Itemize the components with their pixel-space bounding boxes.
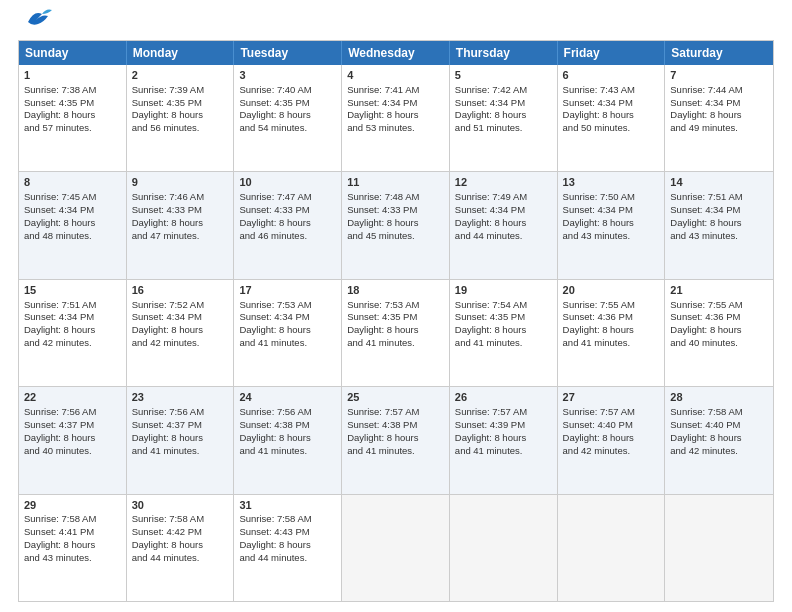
day-info: Sunrise: 7:58 AM Sunset: 4:42 PM Dayligh… <box>132 513 204 562</box>
day-number: 12 <box>455 175 552 190</box>
calendar-day-28: 28Sunrise: 7:58 AM Sunset: 4:40 PM Dayli… <box>665 387 773 493</box>
day-info: Sunrise: 7:58 AM Sunset: 4:40 PM Dayligh… <box>670 406 742 455</box>
day-number: 15 <box>24 283 121 298</box>
calendar-day-17: 17Sunrise: 7:53 AM Sunset: 4:34 PM Dayli… <box>234 280 342 386</box>
calendar-day-24: 24Sunrise: 7:56 AM Sunset: 4:38 PM Dayli… <box>234 387 342 493</box>
day-number: 6 <box>563 68 660 83</box>
day-info: Sunrise: 7:50 AM Sunset: 4:34 PM Dayligh… <box>563 191 635 240</box>
calendar-day-23: 23Sunrise: 7:56 AM Sunset: 4:37 PM Dayli… <box>127 387 235 493</box>
day-info: Sunrise: 7:56 AM Sunset: 4:37 PM Dayligh… <box>24 406 96 455</box>
page: SundayMondayTuesdayWednesdayThursdayFrid… <box>0 0 792 612</box>
calendar-week-2: 8Sunrise: 7:45 AM Sunset: 4:34 PM Daylig… <box>19 171 773 278</box>
calendar-day-4: 4Sunrise: 7:41 AM Sunset: 4:34 PM Daylig… <box>342 65 450 171</box>
day-number: 2 <box>132 68 229 83</box>
day-info: Sunrise: 7:46 AM Sunset: 4:33 PM Dayligh… <box>132 191 204 240</box>
day-header-monday: Monday <box>127 41 235 65</box>
calendar-day-9: 9Sunrise: 7:46 AM Sunset: 4:33 PM Daylig… <box>127 172 235 278</box>
day-info: Sunrise: 7:56 AM Sunset: 4:37 PM Dayligh… <box>132 406 204 455</box>
calendar-day-25: 25Sunrise: 7:57 AM Sunset: 4:38 PM Dayli… <box>342 387 450 493</box>
day-info: Sunrise: 7:49 AM Sunset: 4:34 PM Dayligh… <box>455 191 527 240</box>
day-info: Sunrise: 7:56 AM Sunset: 4:38 PM Dayligh… <box>239 406 311 455</box>
calendar-day-12: 12Sunrise: 7:49 AM Sunset: 4:34 PM Dayli… <box>450 172 558 278</box>
calendar-day-15: 15Sunrise: 7:51 AM Sunset: 4:34 PM Dayli… <box>19 280 127 386</box>
calendar-empty-cell <box>665 495 773 601</box>
day-number: 21 <box>670 283 768 298</box>
day-number: 11 <box>347 175 444 190</box>
calendar-day-6: 6Sunrise: 7:43 AM Sunset: 4:34 PM Daylig… <box>558 65 666 171</box>
day-number: 22 <box>24 390 121 405</box>
calendar-empty-cell <box>450 495 558 601</box>
day-info: Sunrise: 7:40 AM Sunset: 4:35 PM Dayligh… <box>239 84 311 133</box>
day-info: Sunrise: 7:51 AM Sunset: 4:34 PM Dayligh… <box>670 191 742 240</box>
day-number: 26 <box>455 390 552 405</box>
day-info: Sunrise: 7:38 AM Sunset: 4:35 PM Dayligh… <box>24 84 96 133</box>
day-info: Sunrise: 7:39 AM Sunset: 4:35 PM Dayligh… <box>132 84 204 133</box>
day-info: Sunrise: 7:44 AM Sunset: 4:34 PM Dayligh… <box>670 84 742 133</box>
calendar-day-18: 18Sunrise: 7:53 AM Sunset: 4:35 PM Dayli… <box>342 280 450 386</box>
day-number: 28 <box>670 390 768 405</box>
calendar-day-1: 1Sunrise: 7:38 AM Sunset: 4:35 PM Daylig… <box>19 65 127 171</box>
calendar-day-10: 10Sunrise: 7:47 AM Sunset: 4:33 PM Dayli… <box>234 172 342 278</box>
calendar-day-20: 20Sunrise: 7:55 AM Sunset: 4:36 PM Dayli… <box>558 280 666 386</box>
day-number: 30 <box>132 498 229 513</box>
day-number: 20 <box>563 283 660 298</box>
calendar-week-4: 22Sunrise: 7:56 AM Sunset: 4:37 PM Dayli… <box>19 386 773 493</box>
day-info: Sunrise: 7:43 AM Sunset: 4:34 PM Dayligh… <box>563 84 635 133</box>
day-number: 13 <box>563 175 660 190</box>
header <box>18 16 774 30</box>
calendar-week-5: 29Sunrise: 7:58 AM Sunset: 4:41 PM Dayli… <box>19 494 773 601</box>
calendar-day-19: 19Sunrise: 7:54 AM Sunset: 4:35 PM Dayli… <box>450 280 558 386</box>
day-number: 29 <box>24 498 121 513</box>
calendar-day-14: 14Sunrise: 7:51 AM Sunset: 4:34 PM Dayli… <box>665 172 773 278</box>
day-info: Sunrise: 7:57 AM Sunset: 4:40 PM Dayligh… <box>563 406 635 455</box>
day-info: Sunrise: 7:55 AM Sunset: 4:36 PM Dayligh… <box>670 299 742 348</box>
day-number: 27 <box>563 390 660 405</box>
calendar-header: SundayMondayTuesdayWednesdayThursdayFrid… <box>19 41 773 65</box>
day-header-thursday: Thursday <box>450 41 558 65</box>
day-info: Sunrise: 7:53 AM Sunset: 4:34 PM Dayligh… <box>239 299 311 348</box>
day-info: Sunrise: 7:51 AM Sunset: 4:34 PM Dayligh… <box>24 299 96 348</box>
day-info: Sunrise: 7:47 AM Sunset: 4:33 PM Dayligh… <box>239 191 311 240</box>
day-info: Sunrise: 7:45 AM Sunset: 4:34 PM Dayligh… <box>24 191 96 240</box>
day-info: Sunrise: 7:58 AM Sunset: 4:43 PM Dayligh… <box>239 513 311 562</box>
day-number: 10 <box>239 175 336 190</box>
calendar-week-1: 1Sunrise: 7:38 AM Sunset: 4:35 PM Daylig… <box>19 65 773 171</box>
calendar-body: 1Sunrise: 7:38 AM Sunset: 4:35 PM Daylig… <box>19 65 773 601</box>
day-header-tuesday: Tuesday <box>234 41 342 65</box>
day-number: 17 <box>239 283 336 298</box>
day-info: Sunrise: 7:54 AM Sunset: 4:35 PM Dayligh… <box>455 299 527 348</box>
calendar-day-21: 21Sunrise: 7:55 AM Sunset: 4:36 PM Dayli… <box>665 280 773 386</box>
calendar-day-29: 29Sunrise: 7:58 AM Sunset: 4:41 PM Dayli… <box>19 495 127 601</box>
day-number: 9 <box>132 175 229 190</box>
calendar: SundayMondayTuesdayWednesdayThursdayFrid… <box>18 40 774 602</box>
day-info: Sunrise: 7:57 AM Sunset: 4:38 PM Dayligh… <box>347 406 419 455</box>
day-number: 18 <box>347 283 444 298</box>
day-number: 31 <box>239 498 336 513</box>
day-info: Sunrise: 7:57 AM Sunset: 4:39 PM Dayligh… <box>455 406 527 455</box>
calendar-day-7: 7Sunrise: 7:44 AM Sunset: 4:34 PM Daylig… <box>665 65 773 171</box>
logo <box>18 16 52 30</box>
calendar-day-13: 13Sunrise: 7:50 AM Sunset: 4:34 PM Dayli… <box>558 172 666 278</box>
day-info: Sunrise: 7:41 AM Sunset: 4:34 PM Dayligh… <box>347 84 419 133</box>
calendar-week-3: 15Sunrise: 7:51 AM Sunset: 4:34 PM Dayli… <box>19 279 773 386</box>
day-header-saturday: Saturday <box>665 41 773 65</box>
day-info: Sunrise: 7:48 AM Sunset: 4:33 PM Dayligh… <box>347 191 419 240</box>
day-info: Sunrise: 7:53 AM Sunset: 4:35 PM Dayligh… <box>347 299 419 348</box>
day-number: 24 <box>239 390 336 405</box>
calendar-day-27: 27Sunrise: 7:57 AM Sunset: 4:40 PM Dayli… <box>558 387 666 493</box>
calendar-empty-cell <box>342 495 450 601</box>
day-number: 7 <box>670 68 768 83</box>
day-number: 8 <box>24 175 121 190</box>
calendar-day-30: 30Sunrise: 7:58 AM Sunset: 4:42 PM Dayli… <box>127 495 235 601</box>
day-number: 16 <box>132 283 229 298</box>
day-number: 19 <box>455 283 552 298</box>
day-number: 23 <box>132 390 229 405</box>
day-number: 5 <box>455 68 552 83</box>
calendar-day-2: 2Sunrise: 7:39 AM Sunset: 4:35 PM Daylig… <box>127 65 235 171</box>
day-number: 4 <box>347 68 444 83</box>
day-number: 25 <box>347 390 444 405</box>
calendar-day-31: 31Sunrise: 7:58 AM Sunset: 4:43 PM Dayli… <box>234 495 342 601</box>
calendar-day-5: 5Sunrise: 7:42 AM Sunset: 4:34 PM Daylig… <box>450 65 558 171</box>
calendar-day-22: 22Sunrise: 7:56 AM Sunset: 4:37 PM Dayli… <box>19 387 127 493</box>
day-info: Sunrise: 7:55 AM Sunset: 4:36 PM Dayligh… <box>563 299 635 348</box>
